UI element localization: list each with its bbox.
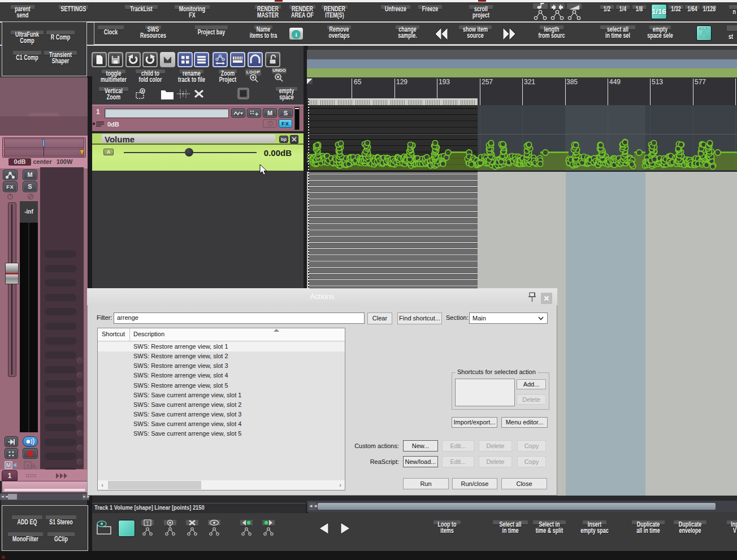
svg-text:A: A bbox=[26, 463, 30, 468]
svg-text:M: M bbox=[6, 462, 11, 468]
svg-text:T: T bbox=[146, 520, 149, 526]
